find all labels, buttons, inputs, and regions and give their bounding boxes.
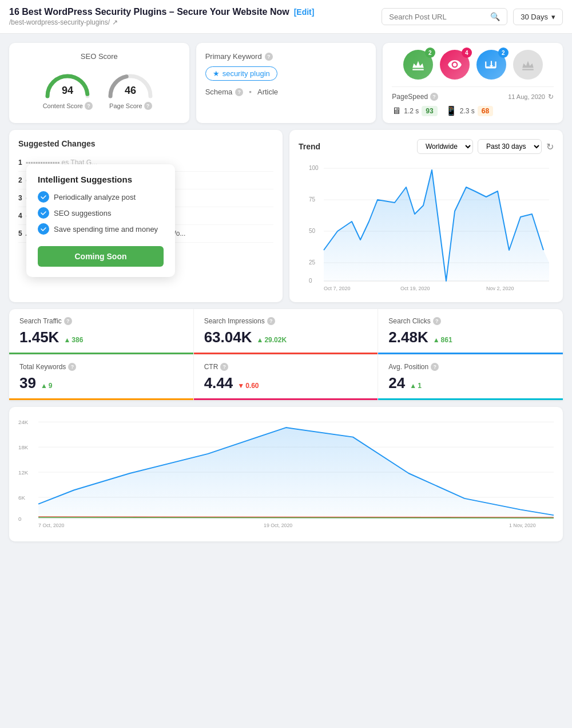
main-content: SEO Score 94 Content Score ? <box>0 34 572 551</box>
check-icon-1 <box>38 191 49 203</box>
clicks-label: Search Clicks ? <box>388 317 553 325</box>
keyword-badge[interactable]: ★ security plugin <box>205 66 277 81</box>
page-score-gauge: 46 <box>105 66 156 100</box>
tooltip-item-3: Save spending time and money <box>38 223 164 235</box>
icon-circle-hand[interactable]: 2 <box>476 50 506 80</box>
svg-text:50: 50 <box>309 228 316 234</box>
schema-value: Article <box>257 88 278 96</box>
svg-text:Oct 19, 2020: Oct 19, 2020 <box>400 286 430 291</box>
ctr-change: ▼ 0.60 <box>237 382 259 390</box>
ctr-bar <box>194 398 378 400</box>
desktop-icon: 🖥 <box>392 106 401 116</box>
icons-pagespeed-card: 2 4 2 PageSpeed ? <box>383 43 563 123</box>
keywords-value: 39 ▲ 9 <box>19 374 183 392</box>
content-score-gauge: 94 <box>42 66 93 100</box>
impressions-label: Search Impressions ? <box>204 317 368 325</box>
tooltip-title: Intelligent Suggestions <box>38 175 164 184</box>
schema-info-icon[interactable]: ? <box>235 88 243 96</box>
traffic-label: Search Traffic ? <box>19 317 183 325</box>
ps-date-row: 11 Aug, 2020 ↻ <box>508 93 554 101</box>
pagespeed-section: PageSpeed ? 11 Aug, 2020 ↻ 🖥 1.2 s 93 <box>392 86 554 116</box>
content-score-label: Content Score ? <box>43 102 93 110</box>
eye-icon <box>447 57 462 72</box>
page-score-wrap: 46 Page Score ? <box>105 66 156 110</box>
seo-score-title: SEO Score <box>18 52 180 61</box>
position-label: Avg. Position ? <box>388 363 553 371</box>
clicks-value: 2.48K ▲ 861 <box>388 329 553 346</box>
seo-score-card: SEO Score 94 Content Score ? <box>9 43 189 123</box>
svg-text:75: 75 <box>309 196 316 203</box>
impressions-info-icon[interactable]: ? <box>267 317 275 325</box>
svg-text:1 Nov, 2020: 1 Nov, 2020 <box>509 523 536 528</box>
svg-text:19 Oct, 2020: 19 Oct, 2020 <box>264 523 292 528</box>
page-title: 16 Best WordPress Security Plugins – Sec… <box>9 7 382 17</box>
header-left: 16 Best WordPress Security Plugins – Sec… <box>9 7 382 26</box>
tooltip-text-2: SEO suggestions <box>54 209 111 217</box>
tooltip-text-3: Save spending time and money <box>54 225 158 234</box>
refresh-icon[interactable]: ↻ <box>548 93 554 101</box>
check-icon-2 <box>38 207 49 219</box>
coming-soon-button[interactable]: Coming Soon <box>38 246 164 267</box>
position-change: ▲ 1 <box>410 382 422 390</box>
pk-info-icon[interactable]: ? <box>265 53 273 61</box>
trend-refresh-icon[interactable]: ↻ <box>546 141 554 152</box>
title-text: 16 Best WordPress Security Plugins – Sec… <box>9 7 289 17</box>
mobile-icon: 📱 <box>446 105 457 116</box>
mobile-score: 68 <box>478 106 493 116</box>
stats-row-1: Search Traffic ? 1.45K ▲ 386 Search Impr… <box>9 309 563 354</box>
content-score-info-icon[interactable]: ? <box>85 102 93 110</box>
ctr-label: CTR ? <box>204 363 368 371</box>
ps-metrics: 🖥 1.2 s 93 📱 2.3 s 68 <box>392 105 554 116</box>
search-input[interactable] <box>389 13 486 21</box>
days-select[interactable]: 30 Days ▾ <box>513 9 563 25</box>
svg-text:46: 46 <box>125 85 136 96</box>
star-icon: ★ <box>213 69 220 78</box>
suggested-changes-card: Suggested Changes 1▪▪▪▪▪▪▪▪▪▪▪▪▪▪ es Tha… <box>9 130 283 302</box>
schema-label: Schema ? <box>205 88 244 96</box>
trend-card: Trend Worldwide Past 30 days ↻ 100 75 50… <box>289 130 563 302</box>
pagespeed-info-icon[interactable]: ? <box>430 93 438 101</box>
ctr-info-icon[interactable]: ? <box>220 363 228 371</box>
position-info-icon[interactable]: ? <box>431 363 439 371</box>
crown-gray-icon <box>521 57 535 72</box>
impressions-bar <box>194 353 378 354</box>
edit-link[interactable]: [Edit] <box>294 7 315 17</box>
ctr-value: 4.44 ▼ 0.60 <box>204 374 368 392</box>
tooltip-item-1: Periodically analyze post <box>38 191 164 203</box>
pagespeed-date: 11 Aug, 2020 <box>508 93 545 100</box>
trend-chart-svg: 100 75 50 25 0 Oct 7, 2020 Oct 19, 2020 … <box>299 160 554 291</box>
url-text: /best-wordpress-security-plugins/ <box>9 18 110 26</box>
icon-circle-eye[interactable]: 4 <box>440 50 470 80</box>
location-select[interactable]: Worldwide <box>417 139 473 154</box>
icon-circle-crown-gray[interactable] <box>513 50 543 80</box>
header-right: 🔍 30 Days ▾ <box>382 8 563 25</box>
impressions-cell: Search Impressions ? 63.04K ▲ 29.02K <box>194 309 379 354</box>
search-traffic-cell: Search Traffic ? 1.45K ▲ 386 <box>9 309 194 354</box>
svg-text:6K: 6K <box>18 494 25 501</box>
mobile-metric: 📱 2.3 s 68 <box>446 105 493 116</box>
clicks-info-icon[interactable]: ? <box>433 317 441 325</box>
svg-marker-15 <box>324 170 549 281</box>
icon-badge-3: 2 <box>498 48 509 58</box>
period-select[interactable]: Past 30 days <box>478 139 542 154</box>
svg-text:7 Oct, 2020: 7 Oct, 2020 <box>38 523 64 528</box>
traffic-value: 1.45K ▲ 386 <box>19 329 183 346</box>
svg-text:Oct 7, 2020: Oct 7, 2020 <box>324 286 351 291</box>
pagespeed-label: PageSpeed <box>392 93 428 101</box>
days-label: 30 Days <box>521 13 548 21</box>
external-link-icon[interactable]: ↗ <box>112 18 118 26</box>
icon-badge-1: 2 <box>425 48 435 58</box>
keywords-bar <box>9 398 193 400</box>
clicks-change: ▲ 861 <box>433 336 452 344</box>
traffic-info-icon[interactable]: ? <box>64 317 72 325</box>
keywords-info-icon[interactable]: ? <box>68 363 76 371</box>
traffic-change: ▲ 386 <box>63 336 83 344</box>
intelligent-suggestions-tooltip: Intelligent Suggestions Periodically ana… <box>26 164 175 277</box>
search-box: 🔍 <box>382 8 507 25</box>
tooltip-text-1: Periodically analyze post <box>54 193 136 201</box>
traffic-bar <box>9 353 193 354</box>
pk-header: Primary Keyword ? <box>205 52 367 61</box>
icon-circle-crown[interactable]: 2 <box>403 50 433 80</box>
page-score-info-icon[interactable]: ? <box>144 102 152 110</box>
svg-text:94: 94 <box>62 85 73 96</box>
